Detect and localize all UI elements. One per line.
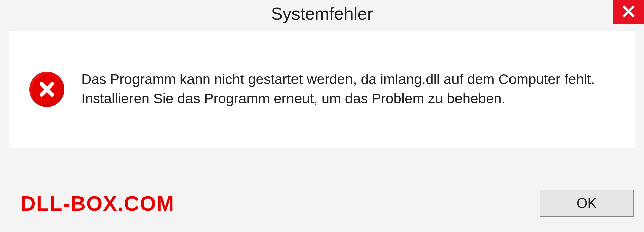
watermark-text: DLL-BOX.COM xyxy=(20,191,174,215)
dialog-content: Das Programm kann nicht gestartet werden… xyxy=(9,31,635,148)
error-message: Das Programm kann nicht gestartet werden… xyxy=(81,70,622,108)
error-icon xyxy=(29,72,64,107)
dialog-titlebar: Systemfehler xyxy=(0,0,644,27)
close-button[interactable] xyxy=(613,0,644,24)
dialog-title: Systemfehler xyxy=(271,4,373,24)
close-icon xyxy=(622,5,635,19)
dialog-footer: DLL-BOX.COM OK xyxy=(0,181,644,232)
ok-button[interactable]: OK xyxy=(540,190,634,217)
